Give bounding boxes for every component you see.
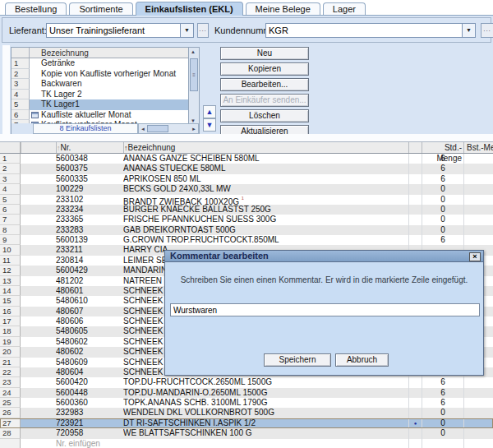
row-number: 6 — [12, 110, 30, 121]
cell-std-menge: 0 — [422, 215, 463, 224]
tab-content: Lieferant: Unser Trainingslieferant ▼ ..… — [0, 16, 493, 448]
cell-bst-menge — [463, 195, 493, 205]
kopieren-button[interactable]: Kopieren — [220, 62, 309, 76]
comment-dialog: Kommentar bearbeiten × Schreiben Sie ein… — [164, 250, 484, 376]
tab-sortimente[interactable]: Sortimente — [69, 2, 132, 15]
cell-std-menge: 6 — [422, 154, 463, 164]
table-row[interactable]: 25600375ANANAS STUECKE 580ML6 — [0, 164, 493, 173]
comment-input[interactable] — [170, 303, 480, 316]
cell-std-menge: 6 — [422, 235, 463, 245]
ekl-list-item[interactable]: 6Kaufliste aktueller Monat — [12, 110, 189, 121]
close-icon[interactable]: × — [469, 252, 481, 261]
cell-nr: 5600335 — [56, 174, 123, 184]
row-number: 3 — [0, 174, 21, 184]
scroll-left-icon[interactable]: ◄ — [141, 127, 145, 132]
scroll-up-icon[interactable]: ▲ — [191, 49, 196, 54]
cell-bst-menge — [463, 408, 493, 418]
cell-bst-menge — [463, 388, 493, 398]
tab-bar: BestellungSortimenteEinkaufslisten (EKL)… — [0, 2, 493, 16]
ekl-item-label: TK Lager 2 — [40, 90, 189, 100]
bearbeiten-button[interactable]: Bearbeiten... — [220, 78, 309, 91]
column-header-std-menge[interactable]: Std.-Menge — [422, 142, 463, 153]
ekl-list-item[interactable]: 2Kopie von Kaufliste vorheriger Monat — [12, 69, 189, 80]
cell-std-menge: 6 — [422, 174, 463, 184]
cell-nr: 480606 — [56, 316, 123, 326]
ekl-list-item[interactable]: 3Backwaren — [12, 79, 189, 90]
table-row[interactable]: 28720958WE BLATTSAFTSCHINKEN 100 G0 — [0, 428, 493, 438]
lieferant-value: Unser Trainingslieferant — [47, 24, 180, 37]
comment-dot-cell: ● — [408, 418, 422, 428]
table-row[interactable]: 8233283GAB DREIKORNTOAST 500G0 — [0, 225, 493, 235]
table-row[interactable]: 35600335APRIKOSEN 850 ML6 — [0, 174, 493, 184]
save-button[interactable]: Speichern — [264, 353, 331, 367]
scroll-right-icon[interactable]: ► — [191, 127, 196, 132]
ekl-vertical-scrollbar[interactable]: ▲ ≡ ▼ — [188, 48, 199, 125]
move-up-button[interactable]: ▲ — [203, 105, 216, 118]
row-number: 5 — [12, 99, 30, 110]
comment-dot-cell — [408, 184, 422, 194]
kundennummer-combo[interactable]: KGR ▼ — [265, 23, 476, 38]
cell-bezeichnung: ANANAS GANZE SCHEIBEN 580ML — [123, 154, 408, 164]
table-row[interactable]: 235600420TOP.DU-FRUCHTCOCK.2650ML 1500G6 — [0, 377, 493, 387]
comment-dot-cell — [408, 195, 422, 205]
comment-dot-cell — [408, 205, 422, 215]
cell-std-menge: 6 — [422, 388, 463, 398]
cell-bezeichnung: BECKS GOLD 24X0,33L MW — [123, 184, 408, 194]
cell-bst-menge — [463, 154, 493, 164]
column-header-nr[interactable]: ↑Nr. — [56, 142, 123, 153]
dialog-title[interactable]: Kommentar bearbeiten — [165, 251, 483, 262]
column-header-comment[interactable] — [408, 142, 422, 153]
scrollbar-thumb[interactable] — [147, 125, 168, 132]
lieferant-label: Lieferant: — [9, 25, 47, 35]
cell-bst-menge — [463, 428, 493, 438]
column-header-bst-menge[interactable]: Bst.-Me — [463, 142, 493, 153]
ekl-list-item[interactable]: 1Getränke — [12, 58, 189, 69]
cell-std-menge: 6 — [422, 377, 463, 387]
table-row[interactable]: 4100229BECKS GOLD 24X0,33L MW0 — [0, 184, 493, 194]
row-number: 1 — [12, 58, 30, 69]
list-icon — [31, 112, 39, 118]
comment-dot-cell — [408, 388, 422, 398]
chevron-down-icon[interactable]: ▼ — [180, 24, 193, 37]
tab-einkaufslisten-ekl[interactable]: Einkaufslisten (EKL) — [136, 2, 243, 16]
table-row[interactable]: 255600360TOPK.ANANAS SCHB. 3100ML 1790G6 — [0, 398, 493, 408]
ekl-list-item[interactable]: 4TK Lager 2 — [12, 90, 189, 100]
move-down-button[interactable]: ▼ — [203, 118, 216, 132]
cell-nr: 5600375 — [56, 164, 123, 173]
row-number: 4 — [0, 184, 21, 194]
tab-bestellung[interactable]: Bestellung — [5, 2, 67, 15]
cell-bst-menge — [463, 418, 493, 428]
table-row[interactable]: 26232983WENDELN DKL VOLLKORNBROT 500G0 — [0, 408, 493, 418]
table-row[interactable]: 6233234BURGER KNAECKE BALLASTST 250G0 — [0, 205, 493, 215]
table-row[interactable]: 245600448TOP.DU-MANDARIN-O.2650ML 1500G6 — [0, 388, 493, 398]
insert-row[interactable]: Nr. einfügen — [0, 439, 493, 448]
row-number: 3 — [12, 79, 30, 90]
neu-button[interactable]: Neu — [220, 47, 309, 60]
comment-dot-cell — [408, 225, 422, 235]
comment-dot-cell — [408, 215, 422, 224]
comment-dot-cell — [408, 408, 422, 418]
ekl-horizontal-scrollbar[interactable]: ◄ ► — [138, 123, 199, 134]
ekl-list-item[interactable]: 5TK Lager1 — [12, 99, 189, 110]
table-row[interactable]: 27723921DT RI-SAFTSCHINKEN I.ASPIK 1/2●0 — [0, 418, 493, 428]
cell-bezeichnung: BURGER KNAECKE BALLASTST 250G — [123, 205, 408, 215]
scrollbar-thumb[interactable]: ≡ — [190, 58, 198, 91]
table-row[interactable]: 7233365FRISCHE PFANNKUCHEN SUESS 300G0 — [0, 215, 493, 224]
tab-lager[interactable]: Lager — [323, 2, 366, 15]
kundennummer-more-button[interactable]: ... — [481, 23, 493, 38]
table-row[interactable]: 95600139G.CROWN TROP.FRUCHTCOCKT.850ML6 — [0, 235, 493, 245]
lieferant-combo[interactable]: Unser Trainingslieferant ▼ — [46, 23, 194, 38]
chevron-down-icon[interactable]: ▼ — [462, 24, 475, 37]
row-number: 17 — [0, 316, 21, 326]
cell-bezeichnung: APRIKOSEN 850 ML — [123, 174, 408, 184]
cell-nr: 100229 — [56, 184, 123, 194]
column-header-bezeichnung[interactable]: ↑Bezeichnung — [123, 142, 408, 153]
löschen-button[interactable]: Löschen — [220, 109, 309, 122]
table-row[interactable]: 5233102BRANDT ZWIEBACK 100X20G¹0 — [0, 195, 493, 205]
tab-meine-belege[interactable]: Meine Belege — [246, 2, 320, 15]
cancel-button[interactable]: Abbruch — [335, 353, 389, 367]
table-row[interactable]: 15600348ANANAS GANZE SCHEIBEN 580ML6 — [0, 154, 493, 164]
cell-nr: 723921 — [56, 418, 123, 428]
lieferant-more-button[interactable]: ... — [197, 23, 209, 38]
table-header: ↑Nr. ↑Bezeichnung Std.-Menge Bst.-Me — [0, 142, 493, 154]
